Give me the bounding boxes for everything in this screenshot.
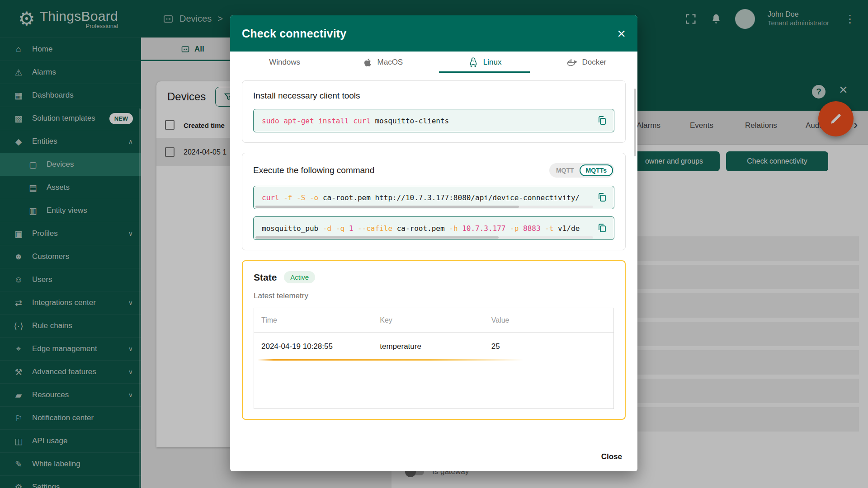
tab-label: Docker	[582, 58, 606, 67]
dialog-title: Check connectivity	[242, 27, 346, 40]
linux-penguin-icon	[468, 57, 479, 68]
tab-windows[interactable]: Windows	[230, 52, 332, 73]
copy-icon	[597, 223, 608, 234]
tab-docker[interactable]: Docker	[536, 52, 637, 73]
copy-button[interactable]	[594, 190, 610, 206]
dialog-header: Check connectivity ×	[230, 15, 637, 52]
column-time: Time	[254, 316, 380, 324]
telemetry-row[interactable]: 2024-04-19 10:28:55 temperature 25	[254, 333, 613, 361]
execute-command-section: Execute the following command MQTT MQTTs…	[242, 153, 626, 250]
column-key: Key	[380, 316, 491, 324]
mqtt-command-block: mosquitto_pub -d -q 1 --cafile ca-root.p…	[253, 216, 614, 240]
protocol-option-mqtt[interactable]: MQTT	[551, 164, 580, 176]
column-value: Value	[491, 316, 613, 324]
install-tools-title: Install necessary client tools	[253, 91, 614, 101]
protocol-toggle: MQTT MQTTs	[549, 163, 614, 178]
install-command-block: sudo apt-get install curl mosquitto-clie…	[253, 109, 614, 132]
tab-linux[interactable]: Linux	[434, 52, 536, 73]
state-section: State Active Latest telemetry Time Key V…	[242, 260, 626, 420]
latest-telemetry-label: Latest telemetry	[254, 291, 614, 300]
row-highlight-underline	[258, 359, 524, 361]
protocol-option-mqtts[interactable]: MQTTs	[580, 164, 613, 176]
dialog-body: Install necessary client tools sudo apt-…	[230, 73, 637, 442]
docker-whale-icon	[566, 57, 577, 68]
state-label: State	[254, 272, 277, 283]
tab-macos[interactable]: MacOS	[332, 52, 434, 73]
copy-icon	[597, 115, 608, 126]
mqtt-command: mosquitto_pub -d -q 1 --cafile ca-root.p…	[262, 224, 580, 233]
apple-icon	[363, 57, 373, 67]
close-button[interactable]: Close	[594, 448, 629, 466]
telemetry-value: 25	[491, 342, 613, 351]
tab-label: MacOS	[377, 58, 403, 67]
os-tabs: Windows MacOS Linux Docker	[230, 52, 637, 73]
telemetry-time: 2024-04-19 10:28:55	[254, 342, 380, 351]
curl-command-block: curl -f -S -o ca-root.pem http://10.7.3.…	[253, 186, 614, 209]
status-badge: Active	[284, 271, 315, 283]
dialog-close-icon[interactable]: ×	[617, 26, 626, 41]
telemetry-key: temperature	[380, 342, 491, 351]
horizontal-scrollbar[interactable]	[255, 206, 593, 208]
telemetry-table: Time Key Value 2024-04-19 10:28:55 tempe…	[254, 308, 614, 409]
copy-button[interactable]	[594, 221, 610, 237]
dialog-footer: Close	[230, 442, 637, 471]
check-connectivity-dialog: Check connectivity × Windows MacOS Linux…	[230, 15, 637, 471]
install-tools-section: Install necessary client tools sudo apt-…	[242, 80, 626, 143]
dialog-scrollbar[interactable]	[634, 89, 636, 156]
active-tab-underline	[439, 71, 530, 73]
install-command: sudo apt-get install curl mosquitto-clie…	[262, 117, 449, 125]
tab-label: Windows	[269, 58, 300, 67]
curl-command: curl -f -S -o ca-root.pem http://10.7.3.…	[262, 193, 580, 202]
telemetry-table-header: Time Key Value	[254, 308, 613, 333]
copy-icon	[597, 192, 608, 203]
execute-command-title: Execute the following command	[253, 165, 374, 175]
horizontal-scrollbar[interactable]	[255, 236, 593, 239]
copy-button[interactable]	[594, 113, 610, 129]
tab-label: Linux	[483, 58, 502, 67]
screen: ⚙ ThingsBoard Professional ⌂ Home ⚠ Alar…	[0, 0, 868, 488]
